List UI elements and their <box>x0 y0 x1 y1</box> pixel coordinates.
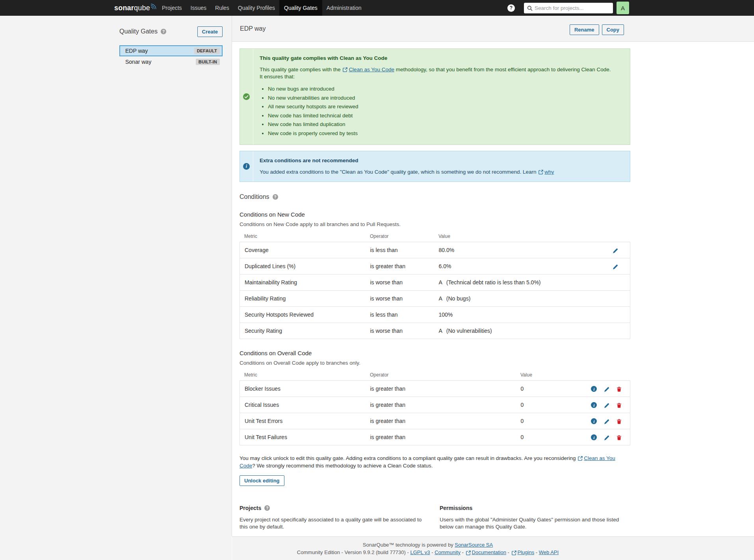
webapi-link[interactable]: Web API <box>539 549 559 555</box>
unlock-editing-button[interactable]: Unlock editing <box>240 475 284 486</box>
create-button[interactable]: Create <box>197 26 223 37</box>
projects-heading: Projects <box>240 505 261 511</box>
table-row: Coverage is less than 80.0% <box>240 242 630 258</box>
why-link[interactable]: why <box>544 169 554 175</box>
condition-operator: is greater than <box>370 258 439 274</box>
condition-metric: Security Hotspots Reviewed <box>240 307 370 323</box>
help-icon[interactable]: ? <box>507 4 515 12</box>
conditions-help-icon[interactable]: ? <box>273 194 278 200</box>
page-title: EDP way <box>240 25 266 32</box>
overall-code-conditions-table: Blocker Issues is greater than 0 i Criti… <box>240 380 630 445</box>
condition-metric: Blocker Issues <box>240 381 370 397</box>
sidebar-help-icon[interactable]: ? <box>161 29 166 34</box>
nav-item-rules[interactable]: Rules <box>211 0 234 16</box>
built-in-badge: BUILT-IN <box>196 59 220 65</box>
condition-operator: is greater than <box>370 413 521 429</box>
gate-list: EDP way DEFAULT Sonar way BUILT-IN <box>119 45 223 67</box>
cayc-link[interactable]: Clean as You Code <box>349 67 394 72</box>
delete-icon[interactable] <box>617 402 622 408</box>
condition-operator: is worse than <box>370 291 439 307</box>
condition-value-detail: (Technical debt ratio is less than 5.0%) <box>446 279 541 286</box>
nav-item-administration[interactable]: Administration <box>322 0 366 16</box>
avatar[interactable]: A <box>617 2 629 14</box>
conditions-heading: Conditions <box>240 193 269 200</box>
top-navbar: sonarqube Projects Issues Rules Quality … <box>0 0 754 16</box>
delete-icon[interactable] <box>617 418 622 425</box>
banner-title: This quality gate complies with Clean as… <box>260 55 611 62</box>
edit-icon[interactable] <box>613 263 618 269</box>
condition-value: 0 <box>521 402 524 408</box>
nav-item-quality-gates[interactable]: Quality Gates <box>279 0 322 16</box>
condition-value: 0 <box>521 434 524 440</box>
condition-value: A <box>439 279 442 286</box>
info-icon[interactable]: i <box>591 386 597 392</box>
edit-icon[interactable] <box>613 247 618 253</box>
col-operator: Operator <box>370 372 520 378</box>
table-row: Unit Test Failures is greater than 0 i <box>240 429 630 445</box>
condition-value: A <box>439 328 442 334</box>
bullet: New code is properly covered by tests <box>268 130 611 137</box>
edit-icon[interactable] <box>604 418 609 424</box>
condition-value: A <box>439 295 442 302</box>
overall-code-description: Conditions on Overall Code apply to bran… <box>240 360 630 366</box>
condition-value: 0 <box>521 418 524 424</box>
sonarsource-link[interactable]: SonarSource SA <box>455 542 493 548</box>
external-link-icon <box>578 456 583 461</box>
cayc-bullet-list: No new bugs are introduced No new vulner… <box>260 85 611 137</box>
new-code-description: Conditions on New Code apply to all bran… <box>240 221 630 227</box>
nav-item-projects[interactable]: Projects <box>158 0 186 16</box>
sidebar-item-edp-way[interactable]: EDP way DEFAULT <box>119 45 223 56</box>
info-icon[interactable]: i <box>591 434 597 440</box>
documentation-link[interactable]: Documentation <box>472 549 506 555</box>
delete-icon[interactable] <box>617 386 622 392</box>
projects-help-icon[interactable]: ? <box>264 505 270 511</box>
condition-operator: is less than <box>370 307 439 323</box>
condition-value: 6.0% <box>439 263 451 269</box>
condition-metric: Unit Test Failures <box>240 429 370 445</box>
external-link-icon <box>466 551 471 555</box>
nav-item-quality-profiles[interactable]: Quality Profiles <box>234 0 279 16</box>
condition-operator: is greater than <box>370 429 521 445</box>
info-icon[interactable]: i <box>591 402 597 408</box>
banner-title: Extra conditions are not recommended <box>260 157 554 164</box>
sidebar-divider <box>232 16 232 536</box>
external-link-icon <box>539 170 543 174</box>
external-link-icon <box>512 551 516 555</box>
condition-value-detail: (No bugs) <box>446 295 470 302</box>
sonarqube-logo[interactable]: sonarqube <box>114 0 157 16</box>
edit-icon[interactable] <box>604 386 609 392</box>
condition-metric: Critical Issues <box>240 397 370 413</box>
col-metric: Metric <box>240 372 370 378</box>
sidebar-item-sonar-way[interactable]: Sonar way BUILT-IN <box>119 56 223 67</box>
table-header: Metric Operator Value <box>240 372 630 380</box>
plugins-link[interactable]: Plugins <box>518 549 535 555</box>
bullet: No new vulnerabilities are introduced <box>268 95 611 102</box>
lgpl-link[interactable]: LGPL v3 <box>410 549 430 555</box>
extra-conditions-banner: i Extra conditions are not recommended Y… <box>240 151 630 182</box>
bullet: New code has limited technical debt <box>268 112 611 119</box>
footer-line2: Community Edition - Version 9.9.2 (build… <box>232 549 624 556</box>
community-link[interactable]: Community <box>435 549 461 555</box>
logo-text-light: qube <box>134 4 150 12</box>
bullet: No new bugs are introduced <box>268 85 611 93</box>
search-input[interactable] <box>535 3 610 13</box>
condition-operator: is less than <box>370 242 439 258</box>
edit-icon[interactable] <box>604 434 609 440</box>
main-nav: Projects Issues Rules Quality Profiles Q… <box>158 0 366 16</box>
condition-operator: is greater than <box>370 381 521 397</box>
delete-icon[interactable] <box>617 434 622 441</box>
check-circle-icon <box>243 93 250 100</box>
condition-metric: Coverage <box>240 242 370 258</box>
col-value: Value <box>520 372 532 378</box>
nav-item-issues[interactable]: Issues <box>186 0 211 16</box>
footer-line1: SonarQube™ technology is powered by Sona… <box>232 541 624 549</box>
overall-code-heading: Conditions on Overall Code <box>240 350 630 356</box>
info-icon[interactable]: i <box>591 418 597 424</box>
rename-button[interactable]: Rename <box>570 24 599 35</box>
sidebar-panel <box>0 16 232 560</box>
condition-metric: Duplicated Lines (%) <box>240 258 370 274</box>
edit-icon[interactable] <box>604 402 609 408</box>
global-search <box>524 3 613 13</box>
condition-metric: Maintainability Rating <box>240 274 370 291</box>
copy-button[interactable]: Copy <box>602 24 624 35</box>
